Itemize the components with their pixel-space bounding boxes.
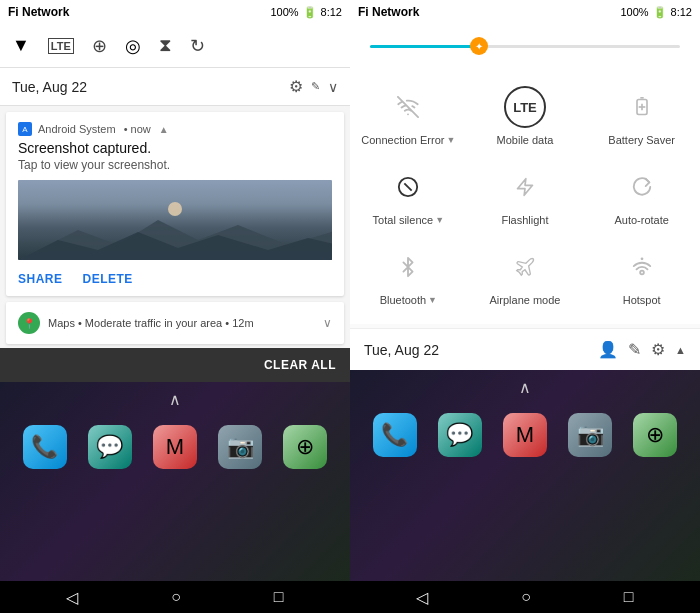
- right-wallpaper-area: ∧ 📞 💬 M 📷 ⊕ ◁ ○ □: [350, 370, 700, 613]
- left-status-right: 100% 🔋 8:12: [270, 6, 342, 19]
- notif-expand-icon[interactable]: ▲: [159, 124, 169, 135]
- battery-saver-icon: [621, 86, 663, 128]
- focus-icon[interactable]: ◎: [125, 35, 141, 57]
- back-button[interactable]: ◁: [66, 588, 78, 607]
- right-home-button[interactable]: ○: [521, 588, 531, 606]
- airplane-mode-icon: [504, 246, 546, 288]
- left-panel: Fi Network 100% 🔋 8:12 ▼ LTE ⊕ ◎ ⧗ ↻ Tue…: [0, 0, 350, 613]
- right-back-button[interactable]: ◁: [416, 588, 428, 607]
- right-time: 8:12: [671, 6, 692, 18]
- right-messages-app-icon[interactable]: 💬: [438, 413, 482, 457]
- notif-time: • now: [124, 123, 151, 135]
- right-date-actions: 👤 ✎ ⚙ ▲: [598, 340, 686, 359]
- airplane-mode-label: Airplane mode: [490, 294, 561, 306]
- notif-header: A Android System • now ▲: [18, 122, 332, 136]
- hotspot-label: Hotspot: [623, 294, 661, 306]
- toggle-flashlight[interactable]: Flashlight: [467, 156, 584, 236]
- svg-line-7: [405, 183, 412, 190]
- share-button[interactable]: SHARE: [18, 272, 63, 286]
- chrome-app-icon[interactable]: ⊕: [283, 425, 327, 469]
- brightness-row: ✦: [350, 24, 700, 68]
- left-network-label: Fi Network: [8, 5, 69, 19]
- brightness-track[interactable]: ✦: [370, 45, 680, 48]
- toggle-bluetooth[interactable]: Bluetooth ▼: [350, 236, 467, 316]
- bluetooth-icon: [387, 246, 429, 288]
- toggle-airplane-mode[interactable]: Airplane mode: [467, 236, 584, 316]
- right-battery: 100%: [620, 6, 648, 18]
- clear-all-button[interactable]: CLEAR ALL: [264, 358, 336, 372]
- recents-button[interactable]: □: [274, 588, 284, 606]
- left-edit-icon[interactable]: ✎: [311, 80, 320, 93]
- right-settings-icon[interactable]: ⚙: [651, 340, 665, 359]
- battery-icon: 🔋: [303, 6, 317, 19]
- left-battery: 100%: [270, 6, 298, 18]
- left-settings-icon[interactable]: ⚙: [289, 77, 303, 96]
- maps-text: Maps • Moderate traffic in your area • 1…: [48, 317, 254, 329]
- left-date: Tue, Aug 22: [12, 79, 87, 95]
- toggle-hotspot[interactable]: Hotspot: [583, 236, 700, 316]
- gmail-app-icon[interactable]: M: [153, 425, 197, 469]
- hotspot-icon: [621, 246, 663, 288]
- right-battery-icon: 🔋: [653, 6, 667, 19]
- right-network-name: Fi Network: [358, 5, 419, 19]
- right-app-dock: 📞 💬 M 📷 ⊕: [350, 405, 700, 465]
- lte-icon: LTE: [504, 86, 546, 128]
- delete-button[interactable]: DELETE: [83, 272, 133, 286]
- right-phone-app-icon[interactable]: 📞: [373, 413, 417, 457]
- phone-app-icon[interactable]: 📞: [23, 425, 67, 469]
- right-recents-button[interactable]: □: [624, 588, 634, 606]
- screenshot-thumbnail: [18, 180, 332, 260]
- right-date: Tue, Aug 22: [364, 342, 439, 358]
- left-chevron-down-icon[interactable]: ∨: [328, 79, 338, 95]
- right-camera-app-icon[interactable]: 📷: [568, 413, 612, 457]
- right-date-row: Tue, Aug 22 👤 ✎ ⚙ ▲: [350, 328, 700, 370]
- home-button[interactable]: ○: [171, 588, 181, 606]
- silence-icon: [387, 166, 429, 208]
- left-up-arrow[interactable]: ∧: [0, 382, 350, 417]
- toggle-battery-saver[interactable]: Battery Saver: [583, 76, 700, 156]
- connection-error-label: Connection Error ▼: [361, 134, 455, 146]
- notif-body: Tap to view your screenshot.: [18, 158, 332, 172]
- svg-marker-8: [517, 179, 532, 196]
- screenshot-notification[interactable]: A Android System • now ▲ Screenshot capt…: [6, 112, 344, 296]
- left-network-name: Fi Network: [8, 5, 69, 19]
- left-nav-bar: ◁ ○ □: [0, 581, 350, 613]
- notif-actions: SHARE DELETE: [18, 268, 332, 286]
- right-expand-icon[interactable]: ▲: [675, 344, 686, 356]
- right-gmail-app-icon[interactable]: M: [503, 413, 547, 457]
- toggle-mobile-data[interactable]: LTE Mobile data: [467, 76, 584, 156]
- toggle-auto-rotate[interactable]: Auto-rotate: [583, 156, 700, 236]
- maps-icon: 📍: [18, 312, 40, 334]
- auto-rotate-label: Auto-rotate: [614, 214, 668, 226]
- maps-notification[interactable]: 📍 Maps • Moderate traffic in your area •…: [6, 302, 344, 344]
- battery-saver-icon[interactable]: ⊕: [92, 35, 107, 57]
- right-up-arrow[interactable]: ∧: [350, 370, 700, 405]
- right-nav-bar: ◁ ○ □: [350, 581, 700, 613]
- rotate-icon[interactable]: ↻: [190, 35, 205, 57]
- notif-app-name: Android System: [38, 123, 116, 135]
- camera-app-icon[interactable]: 📷: [218, 425, 262, 469]
- right-chrome-app-icon[interactable]: ⊕: [633, 413, 677, 457]
- messages-app-icon[interactable]: 💬: [88, 425, 132, 469]
- clear-all-bar: CLEAR ALL: [0, 348, 350, 382]
- right-status-bar: Fi Network 100% 🔋 8:12: [350, 0, 700, 24]
- battery-saver-label: Battery Saver: [608, 134, 675, 146]
- left-date-actions: ⚙ ✎ ∨: [289, 77, 338, 96]
- right-edit-icon[interactable]: ✎: [628, 340, 641, 359]
- right-network-label: Fi Network: [358, 5, 419, 19]
- right-status-right: 100% 🔋 8:12: [620, 6, 692, 19]
- toggle-connection-error[interactable]: Connection Error ▼: [350, 76, 467, 156]
- quick-settings-grid: Connection Error ▼ LTE Mobile data: [350, 68, 700, 324]
- brightness-fill: [370, 45, 479, 48]
- hourglass-icon[interactable]: ⧗: [159, 35, 172, 56]
- toggle-total-silence[interactable]: Total silence ▼: [350, 156, 467, 236]
- wifi-error-icon: [387, 86, 429, 128]
- flashlight-icon: [504, 166, 546, 208]
- left-status-bar: Fi Network 100% 🔋 8:12: [0, 0, 350, 24]
- lte-icon[interactable]: LTE: [48, 38, 74, 54]
- right-panel: Fi Network 100% 🔋 8:12 ✦ Connection Erro…: [350, 0, 700, 613]
- right-user-icon[interactable]: 👤: [598, 340, 618, 359]
- brightness-thumb[interactable]: ✦: [470, 37, 488, 55]
- left-app-dock: 📞 💬 M 📷 ⊕: [0, 417, 350, 477]
- wifi-icon[interactable]: ▼: [12, 35, 30, 56]
